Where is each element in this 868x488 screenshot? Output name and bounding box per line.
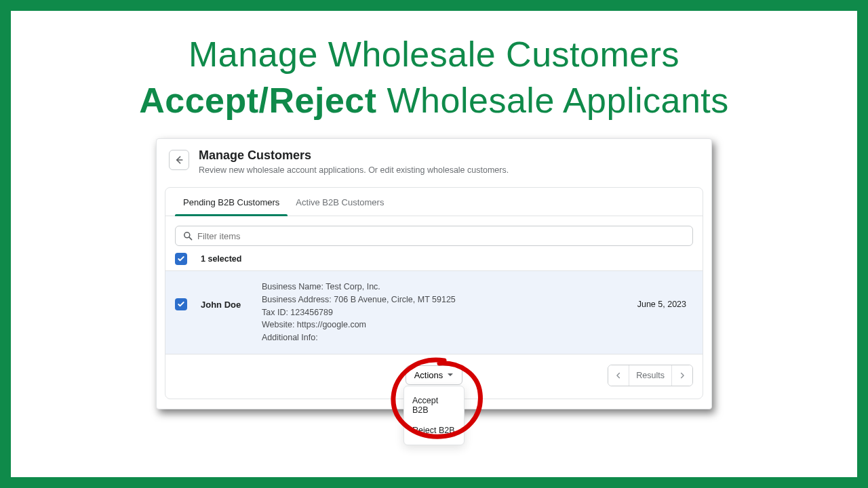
- header-text: Manage Customers Review new wholesale ac…: [199, 148, 509, 175]
- arrow-left-icon: [174, 155, 184, 165]
- actions-button[interactable]: Actions: [406, 365, 463, 385]
- banner-line2-bold: Accept/Reject: [139, 81, 376, 120]
- selection-count: 1 selected: [201, 254, 241, 264]
- row-tax-id: Tax ID: 123456789: [262, 306, 637, 319]
- search-icon: [182, 230, 193, 241]
- panel: Pending B2B Customers Active B2B Custome…: [165, 187, 703, 399]
- banner-line1: Manage Wholesale Customers: [139, 34, 729, 75]
- tabs: Pending B2B Customers Active B2B Custome…: [165, 188, 703, 216]
- caret-down-icon: [447, 371, 454, 378]
- page-subtitle: Review new wholesale account application…: [199, 165, 509, 175]
- check-icon: [177, 300, 185, 308]
- row-details: Business Name: Test Corp, Inc. Business …: [262, 281, 637, 344]
- pager: Results: [608, 365, 693, 386]
- accept-b2b-item[interactable]: Accept B2B: [404, 390, 464, 420]
- row-checkbox[interactable]: [175, 298, 187, 310]
- actions-button-label: Actions: [414, 370, 443, 380]
- inner-frame: Manage Wholesale Customers Accept/Reject…: [11, 11, 857, 477]
- row-business-address: Business Address: 706 B Avenue, Circle, …: [262, 293, 637, 306]
- banner: Manage Wholesale Customers Accept/Reject…: [139, 34, 729, 121]
- svg-point-0: [184, 232, 190, 238]
- row-business-name: Business Name: Test Corp, Inc.: [262, 281, 637, 293]
- actions-area: Actions Accept B2B Reject B2B Results: [165, 354, 703, 399]
- select-all-checkbox[interactable]: [175, 253, 187, 265]
- banner-line2: Accept/Reject Wholesale Applicants: [139, 80, 729, 121]
- tab-pending[interactable]: Pending B2B Customers: [175, 188, 288, 216]
- tab-active[interactable]: Active B2B Customers: [288, 188, 392, 216]
- filter-row: [165, 216, 703, 253]
- pager-next[interactable]: [672, 365, 692, 386]
- actions-dropdown: Accept B2B Reject B2B: [403, 386, 465, 445]
- row-name: John Doe: [201, 300, 262, 310]
- pager-prev[interactable]: [608, 365, 629, 386]
- page-title: Manage Customers: [199, 148, 509, 163]
- row-website: Website: https://google.com: [262, 319, 637, 331]
- pager-label: Results: [629, 365, 672, 386]
- card-header: Manage Customers Review new wholesale ac…: [157, 139, 711, 183]
- manage-customers-card: Manage Customers Review new wholesale ac…: [156, 138, 712, 409]
- chevron-right-icon: [677, 371, 687, 380]
- row-date: June 5, 2023: [637, 300, 693, 309]
- outer-frame: Manage Wholesale Customers Accept/Reject…: [0, 0, 868, 488]
- chevron-left-icon: [614, 371, 623, 380]
- reject-b2b-item[interactable]: Reject B2B: [404, 420, 464, 441]
- row-additional-info: Additional Info:: [262, 331, 637, 344]
- card-wrap: Manage Customers Review new wholesale ac…: [156, 138, 712, 409]
- banner-line2-rest: Wholesale Applicants: [377, 81, 729, 120]
- table-row[interactable]: John Doe Business Name: Test Corp, Inc. …: [165, 271, 703, 354]
- back-button[interactable]: [169, 150, 189, 170]
- filter-input-wrap[interactable]: [175, 226, 693, 246]
- check-icon: [177, 255, 185, 263]
- filter-input[interactable]: [197, 231, 686, 241]
- select-all-row: 1 selected: [165, 253, 703, 271]
